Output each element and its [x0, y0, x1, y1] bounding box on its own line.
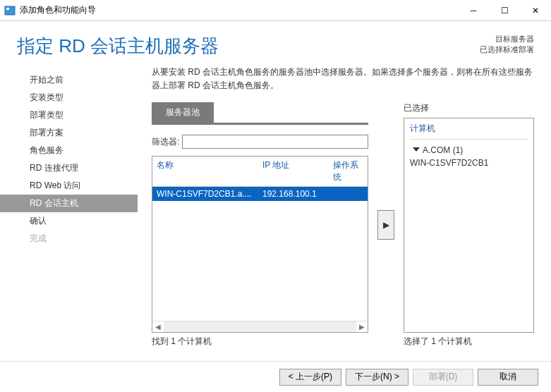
- sidebar-item-rd-web[interactable]: RD Web 访问: [0, 177, 138, 195]
- table-body: [152, 201, 368, 321]
- status-right: 选择了 1 个计算机: [404, 336, 534, 348]
- move-right-button[interactable]: ▶: [377, 210, 394, 240]
- deployment-type-label: 已选择标准部署: [480, 44, 534, 55]
- filter-input[interactable]: [182, 135, 368, 149]
- window-buttons: ─ ☐ ✕: [458, 0, 551, 20]
- sidebar-item-confirm[interactable]: 确认: [0, 212, 138, 230]
- sidebar-item-role-services[interactable]: 角色服务: [0, 142, 138, 159]
- move-column: ▶: [375, 102, 396, 348]
- cell-os: [333, 189, 363, 199]
- col-ip[interactable]: IP 地址: [262, 159, 333, 183]
- prev-button[interactable]: < 上一步(P): [279, 369, 341, 386]
- sidebar-item-begin[interactable]: 开始之前: [0, 71, 138, 89]
- scroll-left-icon[interactable]: ◀: [152, 323, 164, 331]
- scroll-track[interactable]: [164, 321, 356, 332]
- status-left: 找到 1 个计算机: [152, 336, 368, 348]
- chevron-right-icon: ▶: [383, 220, 389, 230]
- titlebar: 添加角色和功能向导 ─ ☐ ✕: [0, 0, 551, 21]
- tree-group[interactable]: A.COM (1): [416, 145, 528, 155]
- col-os[interactable]: 操作系统: [333, 159, 363, 183]
- sidebar-item-deploy-scenario[interactable]: 部署方案: [0, 124, 138, 142]
- sidebar-item-rd-session-host[interactable]: RD 会话主机: [0, 195, 138, 212]
- cancel-button[interactable]: 取消: [478, 369, 538, 386]
- filter-row: 筛选器:: [152, 135, 368, 149]
- tree-child[interactable]: WIN-C1SVF7D2CB1: [410, 158, 528, 168]
- target-server-label: 目标服务器: [480, 34, 534, 44]
- col-name[interactable]: 名称: [157, 159, 262, 183]
- tab-server-pool[interactable]: 服务器池: [152, 102, 214, 123]
- svg-rect-1: [6, 8, 9, 10]
- window-title: 添加角色和功能向导: [20, 4, 458, 16]
- sidebar: 开始之前 安装类型 部署类型 部署方案 角色服务 RD 连接代理 RD Web …: [0, 66, 138, 348]
- app-icon: [4, 5, 16, 16]
- page-title: 指定 RD 会话主机服务器: [17, 34, 480, 59]
- sidebar-item-install-type[interactable]: 安装类型: [0, 89, 138, 106]
- selected-panel: 已选择 计算机 A.COM (1) WIN-C1SVF7D2CB1 选择了 1 …: [404, 102, 534, 348]
- sidebar-item-rd-broker[interactable]: RD 连接代理: [0, 159, 138, 177]
- next-button[interactable]: 下一步(N) >: [346, 369, 408, 386]
- table-row[interactable]: WIN-C1SVF7D2CB1.a.... 192.168.100.1: [152, 187, 368, 201]
- server-table: 名称 IP 地址 操作系统 WIN-C1SVF7D2CB1.a.... 192.…: [152, 156, 368, 333]
- description-text: 从要安装 RD 会话主机角色服务的服务器池中选择服务器。如果选择多个服务器，则将…: [152, 66, 534, 92]
- header-row: 指定 RD 会话主机服务器 目标服务器 已选择标准部署: [0, 21, 551, 66]
- tab-strip: 服务器池: [152, 102, 368, 125]
- sidebar-item-deploy-type[interactable]: 部署类型: [0, 106, 138, 124]
- table-hscroll[interactable]: ◀ ▶: [152, 321, 368, 332]
- chevron-down-icon: [413, 147, 420, 152]
- svg-rect-0: [5, 6, 15, 15]
- filter-label: 筛选器:: [152, 136, 179, 148]
- selected-label: 已选择: [404, 102, 534, 114]
- wizard-body: 指定 RD 会话主机服务器 目标服务器 已选择标准部署 开始之前 安装类型 部署…: [0, 21, 551, 348]
- selected-tree: 计算机 A.COM (1) WIN-C1SVF7D2CB1: [404, 118, 534, 333]
- cell-name: WIN-C1SVF7D2CB1.a....: [157, 189, 262, 199]
- tree-group-label: A.COM (1): [423, 145, 463, 155]
- scroll-right-icon[interactable]: ▶: [356, 323, 368, 331]
- main-row: 开始之前 安装类型 部署类型 部署方案 角色服务 RD 连接代理 RD Web …: [0, 66, 551, 348]
- sidebar-item-complete: 完成: [0, 230, 138, 247]
- deploy-button: 部署(D): [413, 369, 473, 386]
- close-button[interactable]: ✕: [520, 0, 551, 20]
- table-header: 名称 IP 地址 操作系统: [152, 157, 368, 187]
- minimize-button[interactable]: ─: [458, 0, 489, 20]
- content-panel: 从要安装 RD 会话主机角色服务的服务器池中选择服务器。如果选择多个服务器，则将…: [138, 66, 551, 348]
- panels: 服务器池 筛选器: 名称 IP 地址 操作系统 WIN-C1SVF7D2: [152, 102, 534, 348]
- header-right: 目标服务器 已选择标准部署: [480, 34, 534, 55]
- footer: < 上一步(P) 下一步(N) > 部署(D) 取消: [0, 361, 551, 392]
- cell-ip: 192.168.100.1: [262, 189, 333, 199]
- maximize-button[interactable]: ☐: [489, 0, 520, 20]
- server-pool-panel: 服务器池 筛选器: 名称 IP 地址 操作系统 WIN-C1SVF7D2: [152, 102, 368, 348]
- tree-header: 计算机: [410, 123, 528, 140]
